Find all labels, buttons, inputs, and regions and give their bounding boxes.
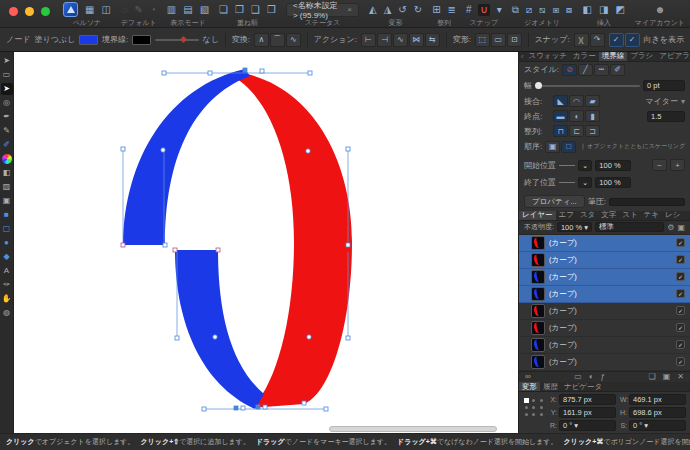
layer-visibility-checkbox[interactable]: ✓ — [676, 238, 685, 247]
transform-mode-button[interactable]: ▭ — [491, 33, 506, 47]
rotate-ccw-icon[interactable]: ↺ — [398, 4, 406, 16]
tab-5[interactable]: スト — [619, 211, 640, 220]
fill-tool[interactable]: ◧ — [1, 167, 13, 179]
subtract-geometry-icon[interactable]: ⧄ — [526, 4, 532, 16]
text-tool[interactable]: A — [1, 265, 13, 277]
smart-node-button[interactable]: ∿ — [286, 33, 301, 47]
blue-lower-ribbon-shape[interactable] — [175, 250, 264, 409]
tab-7[interactable]: レシ — [662, 211, 683, 220]
layer-row[interactable]: (カーブ)✓ — [519, 269, 690, 286]
tab-3[interactable]: ナビゲータ — [561, 382, 605, 391]
flip-h-icon[interactable]: ◭ — [369, 4, 377, 16]
to-front-icon[interactable]: ❏ — [219, 4, 228, 16]
export-persona-icon[interactable]: ◫ — [101, 4, 110, 16]
properties-button[interactable]: プロパティ... — [524, 195, 585, 208]
forward-icon[interactable]: ❐ — [235, 4, 244, 16]
sharp-node-button[interactable]: ∧ — [254, 33, 269, 47]
blend-mode-select[interactable]: 標準 — [595, 222, 664, 232]
tab-1[interactable]: 変形 — [519, 382, 540, 391]
zoom-window-button[interactable] — [41, 7, 50, 16]
butt-cap-button[interactable]: ▬ — [553, 110, 568, 122]
account-icon[interactable]: ☻ — [655, 4, 666, 16]
profile-plus-button[interactable]: + — [670, 159, 685, 171]
retina-view-icon[interactable]: ▧ — [200, 4, 209, 16]
round-join-button[interactable]: ◠ — [569, 95, 584, 107]
transform-point-button[interactable]: ⊡ — [507, 33, 522, 47]
polygon-tool[interactable]: ◆ — [1, 251, 13, 263]
miter-caret-icon[interactable]: ▾ — [681, 97, 685, 106]
align-icon[interactable]: ⊞ — [432, 4, 440, 16]
blend-options-gear-icon[interactable]: ⚙ — [667, 223, 674, 232]
tab-4[interactable]: ブラシ — [627, 52, 656, 61]
layer-row[interactable]: (カーブ)✓ — [519, 320, 690, 337]
layer-visibility-checkbox[interactable]: ✓ — [676, 255, 685, 264]
front-fill-button[interactable]: □ — [561, 141, 576, 153]
tab-5[interactable]: アピアランス — [656, 52, 690, 61]
to-back-icon[interactable]: ❒ — [267, 4, 276, 16]
miter-join-button[interactable]: ◣ — [553, 95, 568, 107]
align-center-button[interactable]: ⊓ — [553, 125, 568, 137]
transparency-tool[interactable]: ▨ — [1, 181, 13, 193]
flip-v-icon[interactable]: ◮ — [384, 4, 392, 16]
slider-knob[interactable] — [535, 82, 542, 89]
bevel-join-button[interactable]: ▰ — [585, 95, 600, 107]
layer-row[interactable]: (カーブ)✓ — [519, 354, 690, 371]
delete-layer-icon[interactable]: ✕ — [677, 372, 684, 381]
layer-visibility-checkbox[interactable]: ✓ — [676, 357, 685, 366]
opacity-input[interactable]: 100 % ▾ — [557, 222, 592, 232]
document-title[interactable]: <名称未設定> (95.9%)× — [286, 3, 359, 17]
no-style-button[interactable]: ⊘ — [562, 64, 577, 76]
distribute-icon[interactable]: ≣ — [448, 4, 456, 16]
artboard-tool[interactable]: ▭ — [1, 69, 13, 81]
brush-style-button[interactable]: ✐ — [610, 64, 625, 76]
canvas[interactable] — [14, 52, 518, 433]
vector-brush-tool[interactable]: ✐ — [1, 139, 13, 151]
layer-visibility-checkbox[interactable]: ✓ — [676, 340, 685, 349]
lock-layer-icon[interactable]: ▣ — [677, 223, 685, 232]
group-layers-icon[interactable]: ▣ — [663, 372, 671, 381]
tab-1[interactable]: レイヤー — [519, 211, 556, 220]
rotate-cw-icon[interactable]: ↻ — [414, 4, 422, 16]
align-outside-button[interactable]: ⊐ — [585, 125, 600, 137]
snap-grid-icon[interactable]: # — [466, 4, 472, 16]
tab-1[interactable]: スウォッチ — [526, 52, 570, 61]
adjustment-layer-icon[interactable]: ◐ — [589, 372, 594, 381]
preset-1-icon[interactable]: ◌ — [122, 4, 128, 16]
anchor-point-selector[interactable] — [523, 396, 545, 418]
tab-6[interactable]: テキ — [641, 211, 662, 220]
pixel-persona-icon[interactable]: ▦ — [85, 4, 94, 16]
insert-behind-icon[interactable]: ◩ — [615, 4, 624, 16]
insert-inside-icon[interactable]: ◧ — [582, 4, 591, 16]
dashed-style-button[interactable]: ┅ — [594, 64, 609, 76]
round-cap-button[interactable]: ◖ — [569, 110, 584, 122]
layer-visibility-checkbox[interactable]: ✓ — [676, 323, 685, 332]
preset-3-icon[interactable]: ◔ — [150, 4, 156, 16]
move-tool[interactable]: ➤ — [1, 55, 13, 67]
square-cap-button[interactable]: ▮ — [585, 110, 600, 122]
blue-upper-ribbon-shape[interactable] — [123, 69, 250, 245]
mask-layer-icon[interactable]: ▭ — [574, 372, 582, 381]
pressure-bar[interactable] — [609, 198, 685, 206]
close-document-icon[interactable]: × — [347, 5, 352, 14]
break-curve-button[interactable]: ⊢ — [361, 33, 376, 47]
layer-row[interactable]: (カーブ)✓ — [519, 286, 690, 303]
vector-crop-tool[interactable]: ▣ — [1, 195, 13, 207]
intersect-geometry-icon[interactable]: ⧅ — [539, 4, 545, 16]
view-tool[interactable]: ✋ — [1, 293, 13, 305]
red-ribbon-shape[interactable] — [232, 72, 352, 408]
minimize-window-button[interactable] — [25, 7, 34, 16]
snap-node-toggle-button[interactable]: ✓ — [609, 33, 624, 47]
stroke-width-slider[interactable] — [155, 39, 198, 41]
tab-2[interactable]: カラー — [570, 52, 599, 61]
rectangle-tool[interactable]: ■ — [1, 209, 13, 221]
tab-3[interactable]: スタ — [577, 211, 598, 220]
snap-caret-icon[interactable]: ▾ — [497, 4, 502, 16]
ellipse-tool[interactable]: ● — [1, 237, 13, 249]
stroke-swatch[interactable] — [132, 35, 151, 45]
close-window-button[interactable] — [9, 7, 18, 16]
snap-construct-button[interactable]: ↷ — [590, 33, 605, 47]
transform-field-input[interactable]: 698.6 px — [629, 407, 686, 418]
pixel-view-icon[interactable]: ▤ — [183, 4, 192, 16]
node-tool[interactable]: ➤ — [1, 83, 13, 95]
close-curve-button[interactable]: ⊣ — [377, 33, 392, 47]
